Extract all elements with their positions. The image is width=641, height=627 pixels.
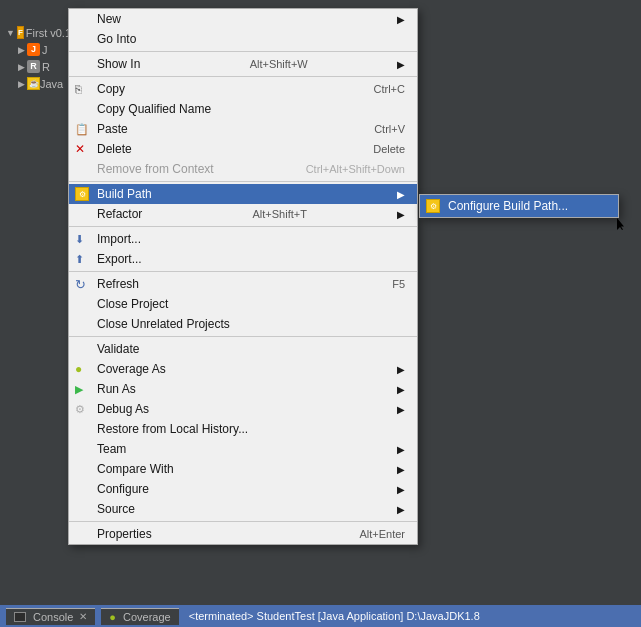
arrow-right-team: ▶ <box>397 444 405 455</box>
arrow-right-run: ▶ <box>397 384 405 395</box>
menu-item-comparewith[interactable]: Compare With ▶ <box>69 459 417 479</box>
coverage-tab[interactable]: ● Coverage <box>101 608 178 625</box>
menu-item-restore[interactable]: Restore from Local History... <box>69 419 417 439</box>
package-explorer: ▼ F First v0.1 ▶ J J ▶ R R ▶ ☕ Java <box>0 20 75 580</box>
status-bar: Console ✕ ● Coverage <terminated> Studen… <box>0 605 641 627</box>
copy-icon: ⎘ <box>75 83 82 95</box>
arrow-right-showin: ▶ <box>397 59 405 70</box>
separator-3 <box>69 181 417 182</box>
pkg-label-j: J <box>42 44 48 56</box>
buildpath-icon: ⚙ <box>75 187 89 201</box>
menu-item-removefromcontext[interactable]: Remove from Context Ctrl+Alt+Shift+Down <box>69 159 417 179</box>
delete-icon: ✕ <box>75 142 85 156</box>
menu-item-validate[interactable]: Validate <box>69 339 417 359</box>
java-folder-icon: ☕ <box>27 77 40 90</box>
cursor <box>617 218 625 230</box>
menu-item-export[interactable]: ⬆ Export... <box>69 249 417 269</box>
menu-item-properties[interactable]: Properties Alt+Enter <box>69 524 417 544</box>
context-menu: New ▶ Go Into Show In Alt+Shift+W ▶ ⎘ Co… <box>68 8 418 545</box>
separator-2 <box>69 76 417 77</box>
menu-item-source[interactable]: Source ▶ <box>69 499 417 519</box>
arrow-right-buildpath: ▶ <box>397 189 405 200</box>
menu-item-copy[interactable]: ⎘ Copy Ctrl+C <box>69 79 417 99</box>
j-icon: J <box>27 43 40 56</box>
pkg-item-java[interactable]: ▶ ☕ Java <box>2 75 73 92</box>
export-icon: ⬆ <box>75 253 84 266</box>
shortcut-refactor: Alt+Shift+T <box>232 208 306 220</box>
arrow-right-configure: ▶ <box>397 484 405 495</box>
arrow-right-debug: ▶ <box>397 404 405 415</box>
build-path-submenu: ⚙ Configure Build Path... <box>419 194 619 218</box>
status-text: <terminated> StudentTest [Java Applicati… <box>189 610 480 622</box>
arrow-right-refactor: ▶ <box>397 209 405 220</box>
separator-6 <box>69 336 417 337</box>
pkg-item-j[interactable]: ▶ J J <box>2 41 73 58</box>
ide-background: ▼ F First v0.1 ▶ J J ▶ R R ▶ ☕ Java New … <box>0 0 641 627</box>
pkg-item-r[interactable]: ▶ R R <box>2 58 73 75</box>
console-tab-label: Console <box>33 611 73 623</box>
menu-item-refactor[interactable]: Refactor Alt+Shift+T ▶ <box>69 204 417 224</box>
shortcut-showin: Alt+Shift+W <box>230 58 308 70</box>
import-icon: ⬇ <box>75 233 84 246</box>
run-icon: ▶ <box>75 383 83 396</box>
arrow-right-source: ▶ <box>397 504 405 515</box>
menu-item-closeproject[interactable]: Close Project <box>69 294 417 314</box>
project-icon: F <box>17 26 24 39</box>
menu-item-closeunrelated[interactable]: Close Unrelated Projects <box>69 314 417 334</box>
expand-arrow-r: ▶ <box>18 62 25 72</box>
console-tab[interactable]: Console ✕ <box>6 608 95 625</box>
menu-item-buildpath[interactable]: ⚙ Build Path ▶ <box>69 184 417 204</box>
r-icon: R <box>27 60 40 73</box>
separator-5 <box>69 271 417 272</box>
menu-item-gointo[interactable]: Go Into <box>69 29 417 49</box>
submenu-item-configurebuildpath[interactable]: ⚙ Configure Build Path... <box>420 195 618 217</box>
pkg-label-r: R <box>42 61 50 73</box>
pkg-label-first: First v0.1 <box>26 27 71 39</box>
shortcut-copy: Ctrl+C <box>354 83 405 95</box>
shortcut-remove: Ctrl+Alt+Shift+Down <box>286 163 405 175</box>
expand-arrow-java: ▶ <box>18 79 25 89</box>
menu-item-refresh[interactable]: ↻ Refresh F5 <box>69 274 417 294</box>
coverage-tab-label: Coverage <box>123 611 171 623</box>
expand-arrow-j: ▶ <box>18 45 25 55</box>
menu-item-copyqualified[interactable]: Copy Qualified Name <box>69 99 417 119</box>
shortcut-paste: Ctrl+V <box>354 123 405 135</box>
separator-7 <box>69 521 417 522</box>
console-icon <box>14 612 26 622</box>
expand-arrow: ▼ <box>6 28 15 38</box>
menu-item-runas[interactable]: ▶ Run As ▶ <box>69 379 417 399</box>
menu-item-debugas[interactable]: ⚙ Debug As ▶ <box>69 399 417 419</box>
coverage-tab-icon: ● <box>109 611 116 623</box>
configure-buildpath-icon: ⚙ <box>426 199 440 213</box>
menu-item-team[interactable]: Team ▶ <box>69 439 417 459</box>
separator-4 <box>69 226 417 227</box>
menu-item-configure[interactable]: Configure ▶ <box>69 479 417 499</box>
coverage-icon: ● <box>75 362 82 376</box>
separator-1 <box>69 51 417 52</box>
arrow-right-new: ▶ <box>397 14 405 25</box>
arrow-right-coverage: ▶ <box>397 364 405 375</box>
shortcut-delete: Delete <box>353 143 405 155</box>
refresh-icon: ↻ <box>75 277 86 292</box>
menu-item-delete[interactable]: ✕ Delete Delete <box>69 139 417 159</box>
shortcut-properties: Alt+Enter <box>339 528 405 540</box>
menu-item-import[interactable]: ⬇ Import... <box>69 229 417 249</box>
menu-item-coverageas[interactable]: ● Coverage As ▶ <box>69 359 417 379</box>
console-tab-x[interactable]: ✕ <box>79 611 87 622</box>
paste-icon: 📋 <box>75 123 89 136</box>
menu-item-new[interactable]: New ▶ <box>69 9 417 29</box>
pkg-label-java: Java <box>40 78 63 90</box>
pkg-item-first[interactable]: ▼ F First v0.1 <box>2 24 73 41</box>
arrow-right-compare: ▶ <box>397 464 405 475</box>
menu-item-showin[interactable]: Show In Alt+Shift+W ▶ <box>69 54 417 74</box>
debug-icon: ⚙ <box>75 403 85 416</box>
menu-item-paste[interactable]: 📋 Paste Ctrl+V <box>69 119 417 139</box>
shortcut-refresh: F5 <box>372 278 405 290</box>
